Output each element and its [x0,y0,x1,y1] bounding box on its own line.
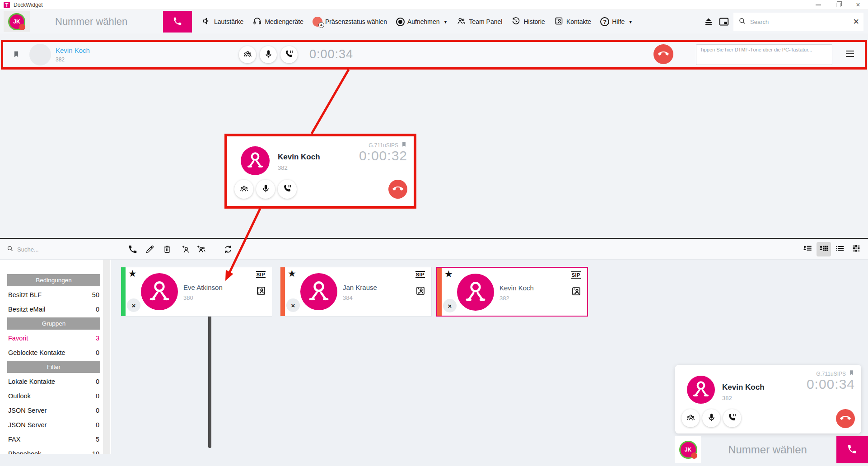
contact-card-eve-atkinson[interactable]: ★ Eve Atkinson 380 SIP × [121,267,272,317]
contacts-toolbar [0,238,868,260]
view-person-grid-button[interactable] [817,242,831,256]
telekom-logo-icon: T [4,2,10,8]
sidebar-item-besitzt-email[interactable]: Besitzt eMail0 [7,303,100,315]
dtmf-input[interactable] [696,44,832,65]
contacts-panel: Bedingungen Besitzt BLF50 Besitzt eMail0… [0,260,868,466]
favorite-star-icon[interactable]: ★ [444,269,453,280]
toolbar-item-label: Mediengeräte [265,18,303,25]
sidebar-item-json-server-1[interactable]: JSON Server0 [7,404,100,416]
sidebar-item-outlook[interactable]: Outlook0 [7,390,100,402]
conference-button[interactable] [239,46,256,63]
status-bar [280,267,285,316]
remove-contact-button[interactable]: × [443,299,457,312]
contacts-search-input[interactable] [17,246,98,253]
conference-button[interactable] [681,409,700,427]
contact-details-icon[interactable] [571,286,582,297]
sidebar-item-besitzt-blf[interactable]: Besitzt BLF50 [7,289,100,301]
toolbar-item-record[interactable]: Aufnehmen ▼ [396,18,448,26]
call-button[interactable] [836,436,868,463]
hold-button[interactable] [278,180,297,199]
hold-button[interactable] [280,46,298,63]
call-popup-card: Kevin Koch 382 G.711uSIPS 0:00:32 [224,134,416,209]
favorite-star-icon[interactable]: ★ [288,268,296,279]
hold-phone-icon [283,184,292,195]
hangup-button[interactable] [653,44,673,64]
caller-name: Kevin Koch [722,383,765,392]
dockwidget-app: T DockWidget × JK Lautstärke Mediengerät… [0,0,868,466]
toolbar-item-volume[interactable]: Lautstärke [202,16,243,27]
mute-button[interactable] [702,409,720,427]
user-avatar-box[interactable]: JK [4,11,30,32]
mute-button[interactable] [256,180,275,199]
search-icon [738,17,747,27]
chevron-down-icon[interactable]: ▼ [628,19,633,24]
add-group-icon[interactable] [196,244,206,256]
contact-card-kevin-koch[interactable]: ★ Kevin Koch 382 SIP × [436,267,588,317]
view-grid-button[interactable] [849,242,863,256]
contact-number: 384 [343,294,353,301]
bookmark-icon[interactable] [12,50,20,58]
sip-badge: SIP [256,271,266,278]
toolbar-item-history[interactable]: Historie [511,16,545,27]
add-contact-icon[interactable] [181,244,191,256]
sync-icon[interactable] [223,248,233,256]
hangup-button[interactable] [388,180,407,199]
view-person-list-button[interactable] [800,242,815,256]
caller-number: 382 [278,164,288,171]
grid-icon [851,243,861,255]
hangup-icon [658,48,669,61]
hold-button[interactable] [723,409,741,427]
picture-in-picture-icon[interactable] [718,16,730,28]
toolbar-item-media-devices[interactable]: Mediengeräte [252,16,303,27]
avatar: JK [8,13,25,30]
view-toggles [800,242,863,256]
window-controls: × [808,0,868,9]
dial-number-input[interactable] [701,436,834,463]
chevron-down-icon[interactable]: ▼ [443,19,448,24]
call-contact-icon[interactable] [128,244,138,256]
dial-number-input[interactable] [30,11,163,32]
contact-details-icon[interactable] [256,285,266,296]
view-list-button[interactable] [833,242,847,256]
avatar [241,146,270,175]
call-button[interactable] [163,11,192,33]
global-search-input[interactable] [750,19,853,25]
microphone-icon [264,49,273,60]
sidebar-item-fax[interactable]: FAX5 [7,433,100,445]
restore-button[interactable] [828,0,848,9]
person-icon [147,278,172,305]
codec-label: G.711uSIPS [816,371,846,377]
toolbar-item-help[interactable]: ? Hilfe ▼ [600,17,633,26]
dock-eject-icon[interactable] [703,16,714,28]
delete-icon[interactable] [162,244,172,256]
sidebar-item-blocked-contacts[interactable]: Geblockte Kontakte0 [7,346,100,359]
close-button[interactable]: × [848,0,868,9]
conference-button[interactable] [234,180,253,199]
user-avatar-box[interactable]: JK [675,436,701,463]
filter-sidebar: Bedingungen Besitzt BLF50 Besitzt eMail0… [0,260,111,454]
toolbar-item-contacts[interactable]: Kontakte [554,16,591,27]
sip-badge: SIP [415,271,425,278]
hangup-button[interactable] [836,409,855,428]
minimize-button[interactable] [808,0,828,9]
avatar [300,273,337,310]
mute-button[interactable] [260,46,277,63]
edit-icon[interactable] [145,244,155,256]
clear-search-icon[interactable]: × [853,17,859,27]
sidebar-item-phonebook[interactable]: Phonebook10 [7,447,100,454]
remove-contact-button[interactable]: × [286,298,300,312]
toolbar-item-presence[interactable]: A Präsenzstatus wählen [313,17,387,27]
global-search-box: × [733,13,863,31]
contact-card-jan-krause[interactable]: ★ Jan Krause 384 SIP × [280,267,432,317]
sidebar-scrollbar[interactable] [103,260,110,454]
favorite-star-icon[interactable]: ★ [128,268,137,279]
sidebar-item-json-server-2[interactable]: JSON Server0 [7,419,100,431]
sidebar-item-local-contacts[interactable]: Lokale Kontakte0 [7,375,100,387]
sip-badge: SIP [571,271,581,279]
toolbar-item-team-panel[interactable]: Team Panel [457,16,502,27]
sidebar-item-favorit[interactable]: Favorit3 [7,332,100,344]
record-icon [396,18,405,26]
contact-details-icon[interactable] [415,285,426,296]
remove-contact-button[interactable]: × [127,298,140,312]
call-menu-icon[interactable] [846,51,854,58]
